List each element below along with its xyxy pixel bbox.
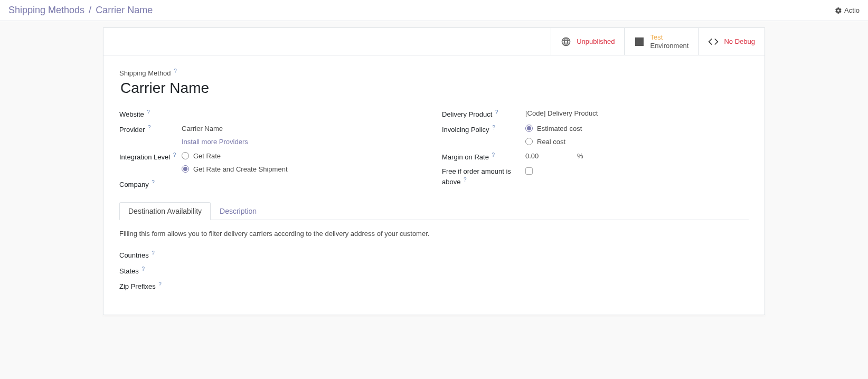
radio-icon (525, 138, 533, 145)
actions-dropdown[interactable]: Actio (835, 6, 860, 15)
destination-hint: Filling this form allows you to filter d… (119, 230, 749, 238)
radio-get-rate[interactable]: Get Rate (182, 152, 426, 160)
provider-value[interactable]: Carrier Name (182, 125, 426, 132)
help-icon[interactable]: ? (492, 152, 495, 158)
breadcrumb-separator: / (89, 5, 91, 16)
status-bar: Unpublished Test Environment No Debug (103, 28, 765, 55)
radio-estimated-cost[interactable]: Estimated cost (525, 125, 749, 132)
help-icon[interactable]: ? (148, 125, 151, 130)
field-states[interactable]: States ? (119, 263, 749, 278)
field-invoicing-policy: Invoicing Policy ? Estimated cost Real c… (442, 121, 749, 149)
free-if-above-checkbox[interactable] (525, 167, 533, 175)
delivery-product-value[interactable]: [Code] Delivery Product (525, 109, 749, 117)
gear-icon (835, 6, 842, 15)
invoicing-policy-label: Invoicing Policy (442, 126, 489, 134)
radio-real-cost-label: Real cost (537, 138, 565, 146)
help-icon[interactable]: ? (147, 109, 150, 115)
provider-label: Provider (119, 126, 145, 134)
field-countries[interactable]: Countries ? (119, 247, 749, 262)
field-integration-level: Integration Level ? Get Rate Get Rate an… (119, 149, 426, 176)
environment-status-sub: Environment (650, 42, 688, 50)
form-columns: Website ? Provider ? Carrier Name (119, 106, 749, 192)
title-label-row: Shipping Method ? (119, 68, 749, 77)
shipping-method-label: Shipping Method (119, 70, 171, 78)
help-icon[interactable]: ? (495, 109, 498, 115)
integration-level-label: Integration Level (119, 153, 170, 161)
radio-estimated-cost-label: Estimated cost (537, 125, 582, 132)
globe-icon (561, 36, 571, 47)
radio-icon (182, 165, 189, 173)
help-icon[interactable]: ? (173, 152, 176, 158)
breadcrumb-bar: Shipping Methods / Carrier Name Actio (0, 0, 868, 21)
environment-status-button[interactable]: Test Environment (624, 28, 698, 55)
company-label: Company (119, 181, 149, 188)
percent-symbol: % (577, 152, 583, 160)
states-label: States (119, 267, 139, 275)
website-label: Website (119, 110, 144, 118)
install-more-providers-link[interactable]: Install more Providers (182, 138, 248, 146)
help-icon[interactable]: ? (152, 250, 155, 256)
field-provider: Provider ? Carrier Name Install more Pro… (119, 121, 426, 149)
help-icon[interactable]: ? (158, 281, 162, 287)
stop-icon (634, 36, 645, 47)
field-website: Website ? (119, 106, 426, 121)
help-icon[interactable]: ? (152, 179, 155, 185)
help-icon[interactable]: ? (464, 177, 467, 183)
debug-status-button[interactable]: No Debug (698, 28, 765, 55)
help-icon[interactable]: ? (174, 68, 177, 74)
radio-get-rate-label: Get Rate (193, 152, 221, 160)
zip-prefixes-label: Zip Prefixes (119, 282, 156, 290)
margin-on-rate-value[interactable]: 0.00 (525, 152, 573, 160)
delivery-product-label: Delivery Product (442, 110, 492, 118)
radio-icon (525, 125, 533, 132)
countries-label: Countries (119, 252, 149, 260)
environment-status-highlight: Test (650, 33, 688, 42)
tab-description[interactable]: Description (211, 202, 266, 220)
publish-status-button[interactable]: Unpublished (551, 28, 624, 55)
right-column: Delivery Product ? [Code] Delivery Produ… (442, 106, 749, 192)
shipping-method-name-input[interactable]: Carrier Name (119, 78, 749, 97)
field-free-if-above: Free if order amount is above ? (442, 164, 749, 190)
tab-content-destination: Filling this form allows you to filter d… (119, 220, 749, 299)
field-zip-prefixes[interactable]: Zip Prefixes ? (119, 278, 749, 293)
free-if-above-label: Free if order amount is above (442, 167, 511, 186)
radio-get-rate-create-shipment[interactable]: Get Rate and Create Shipment (182, 165, 426, 173)
radio-get-rate-create-shipment-label: Get Rate and Create Shipment (193, 165, 288, 173)
tabs-container: Destination Availability Description Fil… (119, 202, 749, 299)
publish-status-label: Unpublished (577, 37, 615, 45)
field-company: Company ? (119, 176, 426, 192)
field-delivery-product: Delivery Product ? [Code] Delivery Produ… (442, 106, 749, 121)
radio-real-cost[interactable]: Real cost (525, 138, 749, 146)
form-body: Shipping Method ? Carrier Name Website ? (103, 55, 765, 315)
breadcrumb-current: Carrier Name (96, 5, 153, 16)
help-icon[interactable]: ? (492, 125, 495, 130)
breadcrumb: Shipping Methods / Carrier Name (8, 5, 153, 16)
left-column: Website ? Provider ? Carrier Name (119, 106, 426, 192)
breadcrumb-parent-link[interactable]: Shipping Methods (8, 5, 84, 16)
content-area: Unpublished Test Environment No Debug (0, 21, 868, 336)
form-sheet: Unpublished Test Environment No Debug (103, 27, 765, 315)
tab-destination-availability[interactable]: Destination Availability (119, 202, 211, 220)
code-icon (708, 36, 719, 47)
field-margin-on-rate: Margin on Rate ? 0.00 % (442, 149, 749, 164)
actions-label: Actio (844, 6, 860, 14)
debug-status-label: No Debug (724, 37, 755, 45)
title-block: Shipping Method ? Carrier Name (119, 68, 749, 96)
radio-icon (182, 152, 189, 159)
tabs-header: Destination Availability Description (119, 202, 749, 220)
help-icon[interactable]: ? (141, 266, 145, 272)
margin-on-rate-label: Margin on Rate (442, 153, 489, 161)
